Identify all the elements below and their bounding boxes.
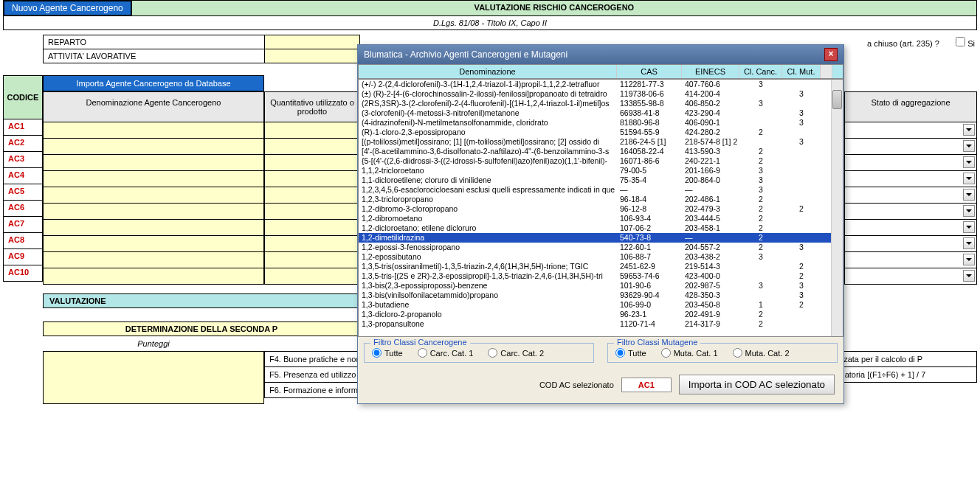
radio-canc-cat2[interactable]: Carc. Cat. 2 [488, 348, 544, 358]
selected-cod-value: AC1 [621, 378, 672, 392]
archive-dialog: Blumatica - Archivio Agenti Cancerogeni … [357, 44, 844, 404]
radio-canc-tutte[interactable]: Tutte [372, 348, 403, 358]
new-agent-tab[interactable]: Nuovo Agente Cancerogeno [4, 1, 131, 15]
denom-cell[interactable] [43, 252, 264, 268]
stato-dropdown[interactable] [844, 236, 977, 252]
chevron-down-icon[interactable] [963, 173, 975, 184]
grid-row[interactable]: 1,2-epossibutano106-88-7203-438-23 [359, 252, 843, 262]
codice-cell: AC8 [3, 233, 43, 249]
quant-cell[interactable] [264, 171, 360, 187]
grid-row[interactable]: 1,2-dicloroetano; etilene dicloruro107-0… [359, 223, 843, 233]
stato-dropdown[interactable] [844, 171, 977, 187]
grid-header-denominazione[interactable]: Denominazione [359, 65, 617, 78]
grid-row[interactable]: 1,2,3-tricloropropano96-18-4202-486-12 [359, 195, 843, 204]
denom-cell[interactable] [43, 236, 264, 252]
grid-row[interactable]: (3-clorofenil)-(4-metossi-3-nitrofenil)m… [359, 108, 843, 118]
grid-row[interactable]: 1,1,2-tricloroetano79-00-5201-166-93 [359, 166, 843, 175]
quant-cell[interactable] [264, 187, 360, 204]
stato-dropdown[interactable] [844, 252, 977, 268]
import-selected-button[interactable]: Importa in COD AC selezionato [679, 375, 835, 395]
radio-mut-cat1[interactable]: Muta. Cat. 1 [661, 348, 718, 358]
grid-row[interactable]: 1,2-epossi-3-fenossipropano122-60-1204-5… [359, 243, 843, 252]
reparto-label: REPARTO [44, 35, 265, 49]
chevron-down-icon[interactable] [963, 270, 975, 282]
radio-canc-cat1[interactable]: Carc. Cat. 1 [418, 348, 474, 358]
grid-row[interactable]: 1,3-butadiene106-99-0203-450-812 [359, 300, 843, 310]
grid-row[interactable]: {5-[(4'-((2,6-diidrossi-3-((2-idrossi-5-… [359, 156, 843, 166]
stato-dropdown[interactable] [844, 187, 977, 204]
grid-header-einecs[interactable]: EINECS [682, 65, 739, 78]
codice-cell: AC1 [3, 119, 43, 136]
header-stato: Stato di aggregazione [844, 91, 977, 122]
grid-row[interactable]: 1,2-dimetilidrazina540-73-8—2 [359, 233, 843, 243]
quant-cell[interactable] [264, 220, 360, 236]
closed-env-checkbox[interactable] [956, 37, 965, 46]
chevron-down-icon[interactable] [963, 140, 975, 152]
codice-cell: AC2 [3, 136, 43, 152]
chevron-down-icon[interactable] [963, 221, 975, 233]
header-denominazione: Denominazione Agente Cancerogeno [43, 91, 264, 122]
chevron-down-icon[interactable] [963, 124, 975, 136]
grid-row[interactable]: [(p-tolilossi)metil]ossirano; [1] [(m-to… [359, 137, 843, 147]
stato-dropdown[interactable] [844, 220, 977, 236]
denom-cell[interactable] [43, 204, 264, 220]
denom-cell[interactable] [43, 155, 264, 171]
codice-cell: AC4 [3, 168, 43, 184]
stato-dropdown[interactable] [844, 122, 977, 139]
punteggi-box [43, 351, 264, 404]
denom-cell[interactable] [43, 139, 264, 155]
grid-row[interactable]: 1,2-dibromoetano106-93-4203-444-52 [359, 214, 843, 223]
stato-dropdown[interactable] [844, 268, 977, 285]
grid-row[interactable]: (R)-1-cloro-2,3-epossipropano51594-55-94… [359, 128, 843, 137]
grid-row[interactable]: (4-idrazinofenil)-N-metilmetansolfonammi… [359, 118, 843, 128]
reparto-input[interactable] [265, 35, 359, 49]
chevron-down-icon[interactable] [963, 156, 975, 168]
grid-row[interactable]: 1,1-dicloroetilene; cloruro di viniliden… [359, 175, 843, 185]
grid-scrollbar[interactable] [831, 80, 843, 336]
closed-env-question: a chiuso (art. 235) ? Si [865, 35, 977, 63]
quant-cell[interactable] [264, 268, 360, 285]
denom-cell[interactable] [43, 220, 264, 236]
grid-row[interactable]: 1,3,5-tris-[(2S e 2R)-2,3-epossipropil]-… [359, 271, 843, 281]
codice-cell: AC10 [3, 265, 43, 282]
denom-cell[interactable] [43, 187, 264, 204]
grid-row[interactable]: 1,3-bis(vinilsolfonilacetammido)propano9… [359, 291, 843, 300]
quant-cell[interactable] [264, 236, 360, 252]
stato-dropdown[interactable] [844, 155, 977, 171]
quant-cell[interactable] [264, 139, 360, 155]
denom-cell[interactable] [43, 122, 264, 139]
import-database-button[interactable]: Importa Agente Cancerogeno da Database [43, 75, 264, 91]
radio-mut-tutte[interactable]: Tutte [615, 348, 646, 358]
quant-cell[interactable] [264, 122, 360, 139]
dialog-close-button[interactable]: × [824, 48, 838, 61]
chevron-down-icon[interactable] [963, 189, 975, 201]
grid-row[interactable]: (±) (R)-2-[4-(6-clorochinossalin-2-iloss… [359, 89, 843, 99]
chevron-down-icon[interactable] [963, 254, 975, 265]
grid-row[interactable]: 1,3-dicloro-2-propanolo96-23-1202-491-92 [359, 310, 843, 319]
quant-cell[interactable] [264, 155, 360, 171]
attivita-input[interactable] [265, 49, 359, 63]
grid-header-mut[interactable]: Cl. Mut. [782, 65, 821, 78]
grid-row[interactable]: 1,3,5-tris(ossiranilmetil)-1,3,5-triazin… [359, 262, 843, 271]
grid-header-cas[interactable]: CAS [617, 65, 682, 78]
grid-header-canc[interactable]: Cl. Canc. [739, 65, 782, 78]
stato-dropdown[interactable] [844, 204, 977, 220]
chevron-down-icon[interactable] [963, 237, 975, 249]
grid-row[interactable]: (+/-) 2-(2,4-diclorofenil)-3-(1H-1,2,4-t… [359, 80, 843, 89]
denom-cell[interactable] [43, 171, 264, 187]
stato-dropdown[interactable] [844, 139, 977, 155]
grid-row[interactable]: 1,2-dibromo-3-cloropropano96-12-8202-479… [359, 204, 843, 214]
denom-cell[interactable] [43, 268, 264, 285]
grid-scroll-thumb[interactable] [832, 90, 842, 109]
quant-cell[interactable] [264, 204, 360, 220]
radio-mut-cat2[interactable]: Muta. Cat. 2 [733, 348, 790, 358]
grid-row[interactable]: (2RS,3SR)-3-(2-clorofenil)-2-(4-fluorofe… [359, 99, 843, 108]
grid-row[interactable]: [4'-(8-acetilammino-3,6-disolfonato-2-na… [359, 147, 843, 156]
chevron-down-icon[interactable] [963, 205, 975, 217]
selected-cod-label: COD AC selezionato [539, 380, 614, 389]
grid-row[interactable]: 1,2,3,4,5,6-esaclorocicloesani esclusi q… [359, 185, 843, 195]
quant-cell[interactable] [264, 252, 360, 268]
punteggi-label: Punteggi [43, 336, 264, 351]
grid-row[interactable]: 1,3-propansultone1120-71-4214-317-92 [359, 319, 843, 329]
grid-row[interactable]: 1,3-bis(2,3-epossipropossi)-benzene101-9… [359, 281, 843, 291]
